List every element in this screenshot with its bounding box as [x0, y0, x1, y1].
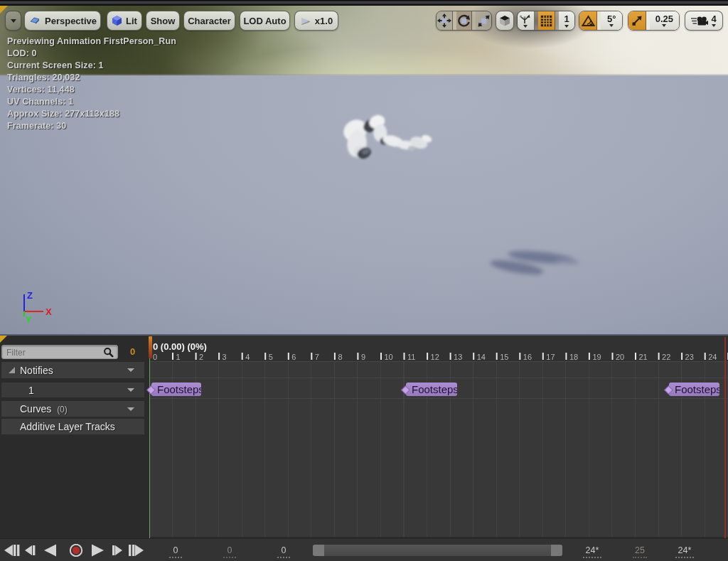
svg-text:2: 2 — [199, 353, 203, 361]
svg-text:17: 17 — [546, 353, 555, 361]
svg-text:0 (0.00) (0%): 0 (0.00) (0%) — [153, 341, 207, 352]
svg-text:4: 4 — [245, 353, 250, 361]
svg-text:9: 9 — [361, 353, 365, 361]
svg-text:6: 6 — [291, 353, 296, 361]
svg-text:0: 0 — [153, 353, 157, 361]
svg-text:18: 18 — [569, 353, 578, 361]
svg-text:8: 8 — [338, 353, 342, 361]
svg-text:7: 7 — [315, 353, 319, 361]
svg-text:Z: Z — [27, 290, 33, 301]
svg-text:15: 15 — [500, 353, 508, 361]
svg-text:14: 14 — [477, 353, 486, 361]
svg-text:Y: Y — [26, 314, 32, 325]
svg-text:23: 23 — [685, 353, 694, 361]
svg-text:12: 12 — [431, 353, 439, 361]
svg-text:X: X — [46, 306, 52, 317]
svg-text:5: 5 — [269, 353, 273, 361]
svg-text:11: 11 — [407, 353, 415, 361]
svg-text:22: 22 — [662, 353, 670, 361]
svg-text:10: 10 — [385, 353, 393, 361]
svg-text:20: 20 — [616, 353, 624, 361]
svg-text:1: 1 — [176, 353, 181, 361]
svg-text:24: 24 — [708, 353, 717, 361]
svg-text:3: 3 — [223, 353, 227, 361]
svg-text:19: 19 — [592, 353, 601, 361]
svg-text:16: 16 — [523, 353, 532, 361]
svg-text:21: 21 — [639, 353, 648, 361]
svg-text:13: 13 — [454, 353, 462, 361]
